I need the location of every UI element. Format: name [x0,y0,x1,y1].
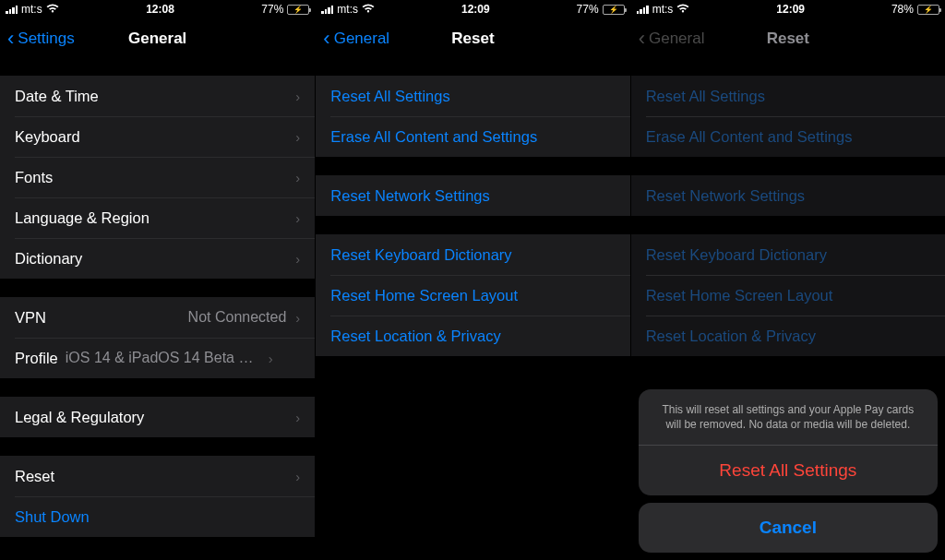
chevron-right-icon: › [295,89,300,104]
group-general-2: VPNNot Connected› ProfileiOS 14 & iPadOS… [0,297,315,378]
carrier-label: mt:s [652,3,674,16]
chevron-left-icon: ‹ [323,29,329,49]
chevron-left-icon: ‹ [639,29,645,49]
action-sheet-main: This will reset all settings and your Ap… [639,389,938,495]
cancel-button[interactable]: Cancel [639,503,938,553]
group-reset-2: Reset Network Settings [631,175,945,216]
back-label: General [334,30,389,48]
reset-all-settings-button[interactable]: Reset All Settings [639,446,938,495]
clock: 12:09 [776,3,805,16]
signal-icon [637,6,649,14]
back-button: ‹ General [639,29,705,49]
panel-reset: mt:s 12:09 77% ⚡ ‹ General Reset Reset A… [315,0,629,560]
back-button[interactable]: ‹ Settings [7,29,75,49]
group-reset-1: Reset All Settings Erase All Content and… [631,76,945,157]
row-erase-all: Erase All Content and Settings [631,116,945,157]
battery-icon: ⚡ [603,5,625,15]
carrier-label: mt:s [21,3,42,16]
wifi-icon [46,4,59,15]
back-button[interactable]: ‹ General [323,29,389,49]
row-date-time[interactable]: Date & Time› [0,76,315,116]
row-reset-location-privacy: Reset Location & Privacy [631,316,945,356]
signal-icon [321,6,333,14]
wifi-icon [362,4,375,15]
status-bar: mt:s 12:09 78% ⚡ [631,0,945,18]
row-reset-keyboard-dict: Reset Keyboard Dictionary [631,234,945,275]
row-reset-home-layout[interactable]: Reset Home Screen Layout [316,275,629,316]
row-reset[interactable]: Reset› [0,456,315,496]
chevron-right-icon: › [269,351,273,366]
row-vpn[interactable]: VPNNot Connected› [0,297,315,338]
row-reset-all-settings[interactable]: Reset All Settings [316,76,629,116]
status-bar: mt:s 12:09 77% ⚡ [316,0,629,18]
chevron-right-icon: › [295,469,300,484]
back-label: Settings [18,30,74,48]
nav-bar: ‹ General Reset [631,18,945,59]
chevron-left-icon: ‹ [7,29,14,49]
wifi-icon [676,4,689,15]
nav-bar: ‹ Settings General [0,18,315,59]
row-dictionary[interactable]: Dictionary› [0,238,315,279]
page-title: General [128,30,186,48]
row-reset-location-privacy[interactable]: Reset Location & Privacy [316,316,629,356]
signal-icon [6,6,18,14]
group-reset-3: Reset Keyboard Dictionary Reset Home Scr… [316,234,629,356]
chevron-right-icon: › [295,210,300,226]
group-reset-1: Reset All Settings Erase All Content and… [316,76,629,157]
clock: 12:09 [461,3,490,16]
battery-pct: 77% [577,3,599,16]
row-reset-home-layout: Reset Home Screen Layout [631,275,945,316]
battery-pct: 77% [261,3,283,16]
row-shutdown[interactable]: Shut Down [0,496,315,537]
panel-reset-confirm: mt:s 12:09 78% ⚡ ‹ General Reset Reset A… [630,0,945,560]
clock: 12:08 [146,3,174,16]
row-erase-all[interactable]: Erase All Content and Settings [316,116,629,157]
row-reset-all-settings: Reset All Settings [631,76,945,116]
group-reset-3: Reset Keyboard Dictionary Reset Home Scr… [631,234,945,356]
nav-bar: ‹ General Reset [316,18,629,59]
row-reset-network: Reset Network Settings [631,175,945,216]
chevron-right-icon: › [295,410,300,425]
battery-icon: ⚡ [917,5,939,15]
group-general-1: Date & Time› Keyboard› Fonts› Language &… [0,76,315,279]
row-reset-keyboard-dict[interactable]: Reset Keyboard Dictionary [316,234,629,275]
chevron-right-icon: › [295,129,300,145]
action-sheet-message: This will reset all settings and your Ap… [639,389,938,445]
row-legal[interactable]: Legal & Regulatory› [0,397,315,437]
status-bar: mt:s 12:08 77% ⚡ [0,0,315,18]
row-keyboard[interactable]: Keyboard› [0,116,315,157]
row-profile[interactable]: ProfileiOS 14 & iPadOS 14 Beta Softwar..… [0,338,315,378]
carrier-label: mt:s [337,3,358,16]
row-language-region[interactable]: Language & Region› [0,197,315,238]
group-general-3: Legal & Regulatory› [0,397,315,437]
group-reset-2: Reset Network Settings [316,175,629,216]
chevron-right-icon: › [295,251,300,267]
panel-general: mt:s 12:08 77% ⚡ ‹ Settings General Date… [0,0,315,560]
action-sheet-cancel-block: Cancel [639,503,938,553]
back-label: General [649,30,704,48]
action-sheet: This will reset all settings and your Ap… [639,389,938,553]
chevron-right-icon: › [295,310,300,326]
page-title: Reset [451,30,494,48]
battery-pct: 78% [891,3,914,16]
row-reset-network[interactable]: Reset Network Settings [316,175,629,216]
battery-icon: ⚡ [287,5,309,15]
row-fonts[interactable]: Fonts› [0,157,315,197]
group-general-4: Reset› Shut Down [0,456,315,537]
chevron-right-icon: › [295,170,300,185]
page-title: Reset [767,30,809,48]
